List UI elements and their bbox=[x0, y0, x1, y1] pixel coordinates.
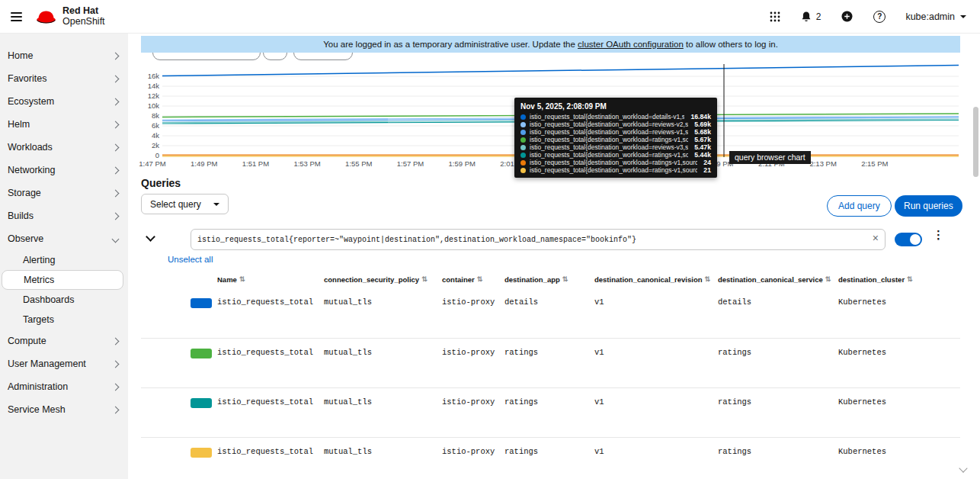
sidebar-item-compute[interactable]: Compute bbox=[0, 330, 128, 352]
sidebar-nav: Home Favorites Ecosystem Helm Workloads … bbox=[0, 34, 128, 479]
bell-icon bbox=[800, 11, 812, 23]
table-cell: istio-proxy bbox=[442, 447, 504, 479]
series-color-dot bbox=[520, 168, 526, 173]
series-color-dot bbox=[520, 122, 526, 127]
nav-label: User Management bbox=[8, 358, 86, 369]
table-cell: istio-proxy bbox=[442, 397, 504, 437]
table-cell: mutual_tls bbox=[324, 447, 442, 479]
sidebar-item-alerting[interactable]: Alerting bbox=[0, 250, 128, 270]
run-queries-button[interactable]: Run queries bbox=[895, 195, 962, 217]
table-cell: mutual_tls bbox=[324, 297, 442, 338]
masthead-left: Red Hat OpenShift bbox=[8, 6, 105, 27]
series-label: istio_requests_total{destination_workloa… bbox=[530, 151, 688, 159]
table-cell: ratings bbox=[718, 447, 838, 479]
unselect-all-link[interactable]: Unselect all bbox=[168, 255, 213, 264]
scrollbar-thumb[interactable] bbox=[973, 107, 978, 177]
sort-icon[interactable]: ⇅ bbox=[421, 275, 428, 283]
sidebar-item-ecosystem[interactable]: Ecosystem bbox=[0, 90, 128, 113]
add-query-button[interactable]: Add query bbox=[827, 195, 892, 217]
table-cell: Kubernetes bbox=[838, 297, 960, 338]
column-header-destination-canonical-revision[interactable]: destination_canonical_revision⇅ bbox=[594, 275, 718, 284]
sort-icon[interactable]: ⇅ bbox=[907, 275, 913, 283]
sidebar-item-administration[interactable]: Administration bbox=[0, 375, 128, 398]
sidebar-item-helm[interactable]: Helm bbox=[0, 113, 128, 136]
chevron-right-icon bbox=[112, 383, 120, 391]
series-value: 24 bbox=[703, 159, 711, 166]
column-header-destination-canonical-service[interactable]: destination_canonical_service⇅ bbox=[718, 275, 838, 284]
sidebar-item-dashboards[interactable]: Dashboards bbox=[0, 290, 128, 310]
brand-logo[interactable]: Red Hat OpenShift bbox=[36, 6, 105, 27]
sidebar-item-observe[interactable]: Observe bbox=[0, 227, 128, 250]
series-color-dot bbox=[520, 130, 526, 135]
chevron-right-icon bbox=[112, 337, 120, 345]
sidebar-item-favorites[interactable]: Favorites bbox=[0, 67, 128, 90]
oauth-config-link[interactable]: cluster OAuth configuration bbox=[578, 40, 684, 49]
tooltip-series-row: istio_requests_total{destination_workloa… bbox=[520, 143, 711, 151]
table-cell: ratings bbox=[504, 397, 594, 437]
sidebar-item-builds[interactable]: Builds bbox=[0, 204, 128, 227]
series-color-dot bbox=[520, 153, 526, 158]
x-tick-label: 1:57 PM bbox=[390, 159, 431, 168]
quick-create-icon[interactable] bbox=[841, 10, 853, 23]
sidebar-item-service-mesh[interactable]: Service Mesh bbox=[0, 398, 128, 421]
query-kebab-menu[interactable]: ⋮ bbox=[933, 229, 944, 240]
notification-count: 2 bbox=[816, 11, 821, 22]
sort-icon[interactable]: ⇅ bbox=[562, 275, 568, 283]
sidebar-item-workloads[interactable]: Workloads bbox=[0, 136, 128, 159]
sort-icon[interactable]: ⇅ bbox=[239, 275, 245, 283]
login-banner: You are logged in as a temporary adminis… bbox=[141, 36, 960, 53]
table-cell: ratings bbox=[718, 348, 838, 387]
tooltip-series-row: istio_requests_total{destination_workloa… bbox=[520, 128, 711, 136]
sidebar-item-storage[interactable]: Storage bbox=[0, 182, 128, 204]
table-cell: istio-proxy bbox=[442, 297, 504, 338]
chevron-right-icon bbox=[112, 98, 120, 105]
sidebar-item-user-management[interactable]: User Management bbox=[0, 352, 128, 375]
nav-toggle-button[interactable] bbox=[8, 7, 25, 27]
table-cell: v1 bbox=[594, 348, 718, 387]
chart-tooltip: Nov 5, 2025, 2:08:09 PM istio_requests_t… bbox=[514, 98, 717, 178]
sidebar-item-targets[interactable]: Targets bbox=[0, 310, 128, 330]
nav-label: Workloads bbox=[8, 142, 53, 153]
query-input[interactable] bbox=[191, 229, 886, 250]
select-query-dropdown[interactable]: Select query bbox=[141, 194, 229, 214]
nav-label: Alerting bbox=[23, 255, 55, 265]
series-value: 5.68k bbox=[694, 128, 711, 136]
query-browser-chart[interactable]: 16k 14k 12k 10k 8k 6k 4k 2k 0 bbox=[141, 59, 960, 175]
nav-label: Targets bbox=[23, 314, 54, 325]
openshift-console: Red Hat OpenShift 2 ? kube:admin bbox=[0, 0, 980, 479]
question-mark-icon: ? bbox=[873, 11, 886, 23]
query-enabled-toggle[interactable] bbox=[895, 233, 922, 246]
help-icon[interactable]: ? bbox=[873, 11, 886, 23]
sort-icon[interactable]: ⇅ bbox=[477, 275, 483, 283]
clear-query-icon[interactable]: × bbox=[873, 232, 879, 244]
sidebar-item-metrics[interactable]: Metrics bbox=[2, 270, 123, 290]
x-tick-label: 1:53 PM bbox=[287, 159, 328, 168]
series-value: 16.84k bbox=[690, 113, 711, 121]
queries-heading: Queries bbox=[141, 177, 181, 189]
sidebar-item-networking[interactable]: Networking bbox=[0, 159, 128, 182]
scrollbar[interactable] bbox=[972, 34, 979, 479]
table-cell: Kubernetes bbox=[838, 348, 960, 387]
column-header-connection-security-policy[interactable]: connection_security_policy⇅ bbox=[324, 275, 442, 284]
column-header-name[interactable]: Name⇅ bbox=[217, 275, 324, 284]
chevron-right-icon bbox=[112, 406, 120, 413]
column-header-container[interactable]: container⇅ bbox=[442, 275, 504, 284]
nav-label: Networking bbox=[8, 165, 56, 175]
nav-label: Administration bbox=[8, 381, 68, 392]
nav-label: Home bbox=[8, 50, 33, 61]
nav-label: Storage bbox=[8, 188, 41, 198]
series-label: istio_requests_total{destination_workloa… bbox=[530, 128, 688, 136]
sort-icon[interactable]: ⇅ bbox=[825, 275, 831, 283]
column-header-destination-app[interactable]: destination_app⇅ bbox=[504, 275, 594, 284]
app-launcher-icon[interactable] bbox=[770, 11, 780, 22]
redhat-fedora-icon bbox=[36, 9, 56, 24]
sidebar-item-home[interactable]: Home bbox=[0, 44, 128, 67]
table-header-row: Name⇅ connection_security_policy⇅ contai… bbox=[141, 270, 960, 288]
sort-icon[interactable]: ⇅ bbox=[705, 275, 711, 283]
chevron-down-icon[interactable] bbox=[959, 464, 967, 472]
table-cell: Kubernetes bbox=[838, 447, 960, 479]
user-menu[interactable]: kube:admin bbox=[905, 11, 966, 22]
column-header-destination-cluster[interactable]: destination_cluster⇅ bbox=[838, 275, 960, 284]
notifications-button[interactable]: 2 bbox=[800, 11, 821, 23]
query-expand-caret[interactable] bbox=[146, 232, 155, 242]
